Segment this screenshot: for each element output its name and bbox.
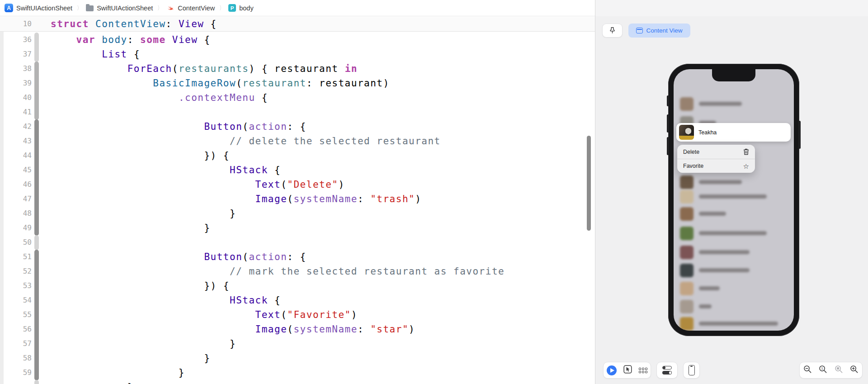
zoom-controls: 1 — [799, 362, 863, 379]
line-number: 39 — [0, 76, 32, 90]
trash-icon — [743, 148, 749, 155]
code-line[interactable]: 60 } — [0, 380, 595, 384]
code-line[interactable]: 38 ForEach(restaurants) { restaurant in — [0, 62, 595, 76]
code-line[interactable]: 59 } — [0, 365, 595, 380]
code-line[interactable]: 49 } — [0, 221, 595, 235]
star-icon: ☆ — [743, 163, 749, 170]
blurred-restaurant-row — [674, 264, 794, 279]
code-line[interactable]: 44 }) { — [0, 148, 595, 163]
code-line[interactable]: 54 HStack { — [0, 293, 595, 308]
restaurant-name-blurred — [699, 231, 767, 235]
folder-icon — [86, 5, 94, 11]
code-line[interactable]: 42 Button(action: { — [0, 119, 595, 134]
blurred-restaurant-row — [674, 317, 794, 331]
code-line[interactable]: 36 var body: some View { — [0, 33, 595, 47]
variants-grid-icon[interactable] — [639, 368, 647, 373]
context-menu: Delete Favorite ☆ — [677, 145, 755, 173]
iphone-preview-device[interactable]: Teakha Delete Favo — [668, 64, 799, 336]
canvas-mode-toolbar — [603, 362, 651, 379]
source-control-change-bar — [34, 134, 39, 149]
source-control-change-bar — [34, 235, 39, 250]
breadcrumb-item-file[interactable]: ContentView — [166, 4, 215, 12]
restaurant-photo-thumbnail — [680, 300, 693, 313]
live-preview-play-icon[interactable] — [607, 365, 617, 375]
code-line[interactable]: 52 // mark the selected restaurant as fa… — [0, 264, 595, 279]
iphone-screen[interactable]: Teakha Delete Favo — [674, 69, 794, 331]
breadcrumb-item-symbol[interactable]: P body — [228, 4, 253, 12]
device-settings-button[interactable] — [656, 362, 678, 379]
line-number: 57 — [0, 337, 32, 351]
context-menu-item-delete[interactable]: Delete — [677, 145, 755, 159]
code-line[interactable]: 45 HStack { — [0, 163, 595, 177]
source-control-change-bar — [34, 119, 39, 134]
line-number: 40 — [0, 90, 32, 105]
p-badge-icon: P — [228, 4, 236, 12]
preview-on-device-button[interactable] — [683, 362, 700, 379]
code-line[interactable]: 51 Button(action: { — [0, 250, 595, 264]
blurred-restaurant-row — [674, 300, 794, 315]
code-text: HStack { — [51, 293, 281, 308]
iphone-notch — [712, 69, 755, 81]
breadcrumb-item-project[interactable]: A SwiftUIActionSheet — [5, 4, 72, 12]
code-text: Text("Delete") — [51, 177, 345, 192]
code-text: Button(action: { — [51, 119, 307, 134]
code-line[interactable]: 48 } — [0, 206, 595, 221]
code-line[interactable]: 50 — [0, 235, 595, 250]
code-text: var body: some View { — [51, 33, 211, 47]
restaurant-photo-thumbnail — [680, 317, 693, 331]
selectable-cursor-icon[interactable] — [623, 365, 632, 375]
source-control-change-bar — [34, 351, 39, 366]
preview-target-chip[interactable]: Content View — [628, 24, 690, 38]
line-number: 58 — [0, 351, 32, 365]
context-menu-item-favorite[interactable]: Favorite ☆ — [677, 159, 755, 173]
zoom-in-icon[interactable] — [850, 365, 859, 375]
blurred-restaurant-row — [674, 207, 794, 223]
line-number: 56 — [0, 322, 32, 337]
zoom-100-icon[interactable]: 1 — [819, 365, 827, 375]
code-line[interactable]: 47 Image(systemName: "trash") — [0, 192, 595, 206]
code-line[interactable]: 46 Text("Delete") — [0, 177, 595, 192]
breadcrumb-label: body — [239, 5, 253, 12]
code-line[interactable]: 40 .contextMenu { — [0, 90, 595, 105]
code-editor[interactable]: 10struct ContentView: View { 36 var body… — [0, 17, 595, 384]
preview-target-label: Content View — [646, 27, 682, 34]
code-line[interactable]: 39 BasicImageRow(restaurant: restaurant) — [0, 76, 595, 90]
pin-icon — [609, 27, 616, 34]
code-line[interactable]: 58 } — [0, 351, 595, 365]
restaurant-photo-thumbnail — [680, 264, 693, 277]
code-line[interactable]: 37 List { — [0, 47, 595, 62]
code-line[interactable]: 55 Text("Favorite") — [0, 308, 595, 322]
code-text: BasicImageRow(restaurant: restaurant) — [51, 76, 390, 90]
code-line[interactable]: 53 }) { — [0, 279, 595, 293]
source-control-change-bar — [34, 308, 39, 322]
restaurant-name-blurred — [699, 304, 712, 308]
restaurant-photo-thumbnail — [680, 246, 693, 259]
breadcrumb-separator: 〉 — [77, 4, 81, 12]
volume-down-button — [667, 137, 669, 155]
zoom-out-icon[interactable] — [803, 365, 812, 375]
source-control-change-bar — [34, 47, 39, 62]
volume-up-button — [667, 114, 669, 133]
code-line[interactable]: 57 } — [0, 337, 595, 351]
breadcrumb-item-group[interactable]: SwiftUIActionSheet — [86, 5, 153, 12]
zoom-fit-icon[interactable] — [835, 365, 843, 375]
code-text: struct ContentView: View { — [51, 17, 217, 31]
menu-item-label: Favorite — [683, 163, 703, 169]
menu-item-label: Delete — [683, 149, 699, 155]
line-number: 42 — [0, 119, 32, 134]
code-text: Button(action: { — [51, 250, 307, 264]
sticky-declaration-row[interactable]: 10struct ContentView: View { — [0, 17, 595, 32]
restaurant-name: Teakha — [698, 129, 717, 136]
line-number: 48 — [0, 206, 32, 221]
code-line[interactable]: 56 Image(systemName: "star") — [0, 322, 595, 337]
source-control-change-bar — [34, 279, 39, 294]
line-number: 45 — [0, 163, 32, 177]
code-line[interactable]: 10struct ContentView: View { — [0, 17, 595, 31]
code-line[interactable]: 41 — [0, 105, 595, 119]
selected-restaurant-row[interactable]: Teakha — [676, 123, 791, 142]
code-lines[interactable]: 36 var body: some View {37 List {38 ForE… — [0, 33, 595, 384]
restaurant-photo-thumbnail — [680, 190, 693, 204]
editor-scrollbar[interactable] — [587, 136, 591, 231]
pin-preview-button[interactable] — [602, 24, 623, 38]
code-line[interactable]: 43 // delete the selected restaurant — [0, 134, 595, 148]
